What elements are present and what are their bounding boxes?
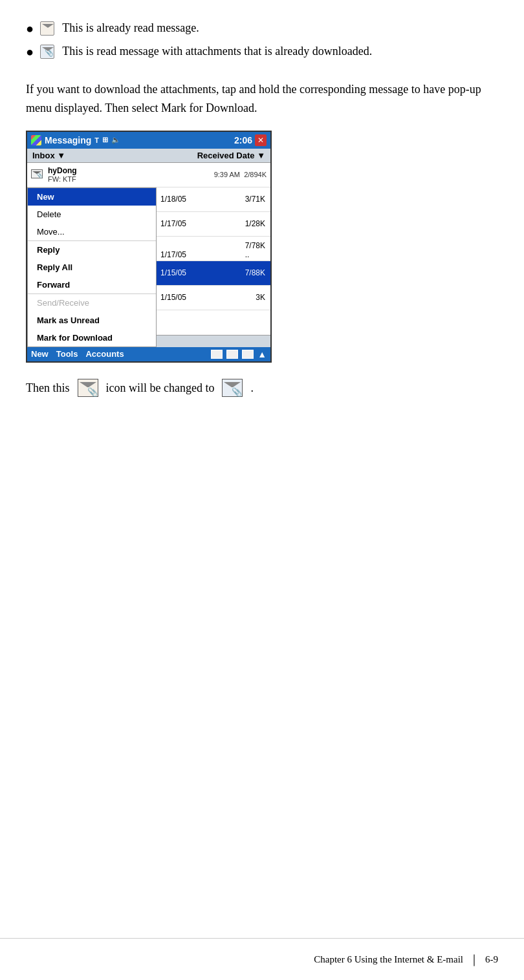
email-right-column: 1/18/05 3/71K 1/17/05 1/28K 1/17/05 7/78… (155, 187, 270, 310)
bullet-dot-1: ● (26, 19, 34, 37)
email-date-1: 9:39 AM (214, 171, 240, 178)
email-subject-1: FW: KTF (48, 175, 214, 183)
bullet-item-1-text: This is already read message. (62, 21, 199, 34)
ctx-reply-all[interactable]: Reply All (28, 259, 156, 276)
device-screenshot: Messaging T ⊞ 🔈 2:06 ✕ Inbox ▼ Received … (26, 131, 272, 363)
taskbar: New Tools Accounts ▲ (27, 347, 270, 361)
bullet-item-2-content: This is read message with attachments th… (40, 43, 372, 60)
title-bar-left: Messaging T ⊞ 🔈 (31, 135, 120, 145)
email-row-1[interactable]: hyDong FW: KTF 9:39 AM 2/894K (27, 163, 270, 187)
taskbar-icons: ▲ (211, 349, 267, 359)
right-size-3: 7/78K (245, 241, 265, 250)
email-icon-1 (31, 169, 45, 180)
right-date-1: 1/18/05 (160, 195, 186, 204)
email-list: hyDong FW: KTF 9:39 AM 2/894K hyc 1/18/0… (27, 163, 270, 335)
right-date-5: 1/15/05 (160, 293, 186, 302)
bullet-list: ● This is already read message. ● This i… (26, 19, 498, 61)
envelope-attach-icon (40, 45, 54, 59)
right-size-2: 1/28K (245, 219, 265, 228)
footer-page: 6-9 (485, 954, 498, 965)
right-date-3: 1/17/05 (160, 250, 186, 259)
bullet-item-1-content: This is already read message. (40, 19, 199, 37)
volume-icon: 🔈 (111, 136, 120, 144)
bullet-item-2: ● This is read message with attachments … (26, 43, 498, 61)
page-content: ● This is already read message. ● This i… (0, 0, 524, 423)
right-size-4: 7/88K (245, 268, 265, 277)
right-date-4: 1/15/05 (160, 268, 186, 277)
then-prefix: Then this (26, 379, 70, 398)
right-date-2: 1/17/05 (160, 219, 186, 228)
ctx-forward[interactable]: Forward (28, 276, 156, 293)
taskbar-icon-1 (211, 350, 223, 359)
email-size-1: 2/894K (244, 171, 267, 178)
right-row-5: 1/15/05 3K (155, 286, 270, 310)
title-bar: Messaging T ⊞ 🔈 2:06 ✕ (27, 132, 270, 149)
then-period: . (250, 379, 254, 398)
ctx-delete[interactable]: Delete (28, 206, 156, 223)
taskbar-new[interactable]: New (31, 349, 49, 359)
ctx-move[interactable]: Move... (28, 223, 156, 240)
taskbar-icon-3 (242, 350, 254, 359)
footer-chapter: Chapter 6 Using the Internet & E-mail (314, 954, 463, 965)
bullet-item-1: ● This is already read message. (26, 19, 498, 37)
context-menu: New Delete Move... Reply Reply All Forwa… (27, 187, 157, 347)
right-size-5: 3K (256, 293, 265, 302)
taskbar-accounts[interactable]: Accounts (85, 349, 124, 359)
right-row-4: 1/15/05 7/88K (155, 261, 270, 286)
title-bar-icons: 2:06 ✕ (234, 134, 267, 146)
right-dots: .. (245, 250, 250, 259)
app-title: Messaging (45, 135, 91, 145)
taskbar-arrow: ▲ (257, 349, 267, 359)
right-row-3: 1/17/05 7/78K .. (155, 237, 270, 261)
intro-paragraph: If you want to download the attachments,… (26, 80, 498, 118)
ctx-send-receive: Send/Receive (28, 294, 156, 312)
email-meta-1: 9:39 AM 2/894K (214, 171, 267, 178)
close-button[interactable]: ✕ (255, 134, 267, 146)
ctx-mark-download[interactable]: Mark for Download (28, 329, 156, 346)
then-middle: icon will be changed to (106, 379, 215, 398)
then-line: Then this 📎 icon will be changed to 📎 . (26, 379, 498, 398)
sort-label[interactable]: Received Date ▼ (197, 151, 265, 160)
right-row-2: 1/17/05 1/28K (155, 212, 270, 237)
footer-separator: ｜ (468, 952, 480, 967)
ctx-new[interactable]: New (28, 188, 156, 206)
signal-icon: T (94, 136, 99, 144)
envelope-read-icon (40, 21, 54, 36)
time-display: 2:06 (234, 135, 252, 145)
attach-badge-original: 📎 (87, 388, 98, 396)
downloaded-icon: 📎 (222, 379, 243, 397)
bullet-dot-2: ● (26, 43, 34, 61)
right-size-1: 3/71K (245, 195, 265, 204)
bullet-item-2-text: This is read message with attachments th… (62, 45, 372, 58)
wifi-icon: ⊞ (102, 136, 108, 144)
windows-flag-icon (31, 135, 41, 145)
original-icon: 📎 (78, 379, 98, 397)
email-from-1: hyDong (48, 166, 214, 175)
footer: Chapter 6 Using the Internet & E-mail ｜ … (0, 938, 524, 980)
right-meta-3: 7/78K .. (245, 241, 265, 259)
ctx-mark-unread[interactable]: Mark as Unread (28, 312, 156, 329)
email-icon-attach (31, 169, 43, 178)
inbox-label[interactable]: Inbox ▼ (32, 151, 65, 160)
inbox-bar: Inbox ▼ Received Date ▼ (27, 149, 270, 163)
ctx-reply[interactable]: Reply (28, 241, 156, 259)
attach-badge-downloaded: 📎 (232, 388, 242, 396)
right-row-1: 1/18/05 3/71K (155, 187, 270, 212)
taskbar-tools[interactable]: Tools (56, 349, 78, 359)
taskbar-icon-2 (226, 350, 238, 359)
email-info-1: hyDong FW: KTF (45, 166, 214, 183)
